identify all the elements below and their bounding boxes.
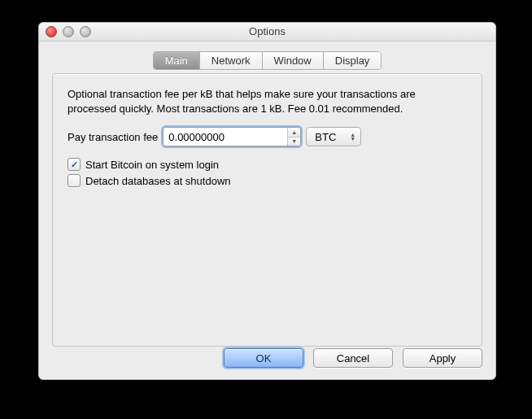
dialog-buttons: OK Cancel Apply <box>224 348 482 368</box>
checkbox-start-on-login-row: Start Bitcoin on system login <box>68 158 467 171</box>
step-down-icon[interactable]: ▼ <box>288 137 300 146</box>
unit-selected-label: BTC <box>315 131 336 143</box>
ok-button[interactable]: OK <box>224 348 303 368</box>
fee-row: Pay transaction fee ▲ ▼ BTC ▲▼ <box>68 127 467 146</box>
checkbox-start-on-login[interactable] <box>68 158 81 171</box>
close-icon[interactable] <box>46 26 57 37</box>
window-controls <box>46 26 91 37</box>
cancel-button[interactable]: Cancel <box>313 348 393 368</box>
window-body: Main Network Window Display Optional tra… <box>39 41 495 379</box>
options-window: Options Main Network Window Display Opti… <box>38 22 496 380</box>
fee-input[interactable] <box>164 128 287 146</box>
titlebar: Options <box>39 23 495 41</box>
minimize-icon[interactable] <box>63 26 74 37</box>
checkbox-detach-db-row: Detach databases at shutdown <box>68 174 467 187</box>
zoom-icon[interactable] <box>80 26 91 37</box>
fee-spinbox[interactable]: ▲ ▼ <box>163 127 301 146</box>
checkbox-detach-db-label: Detach databases at shutdown <box>85 175 231 187</box>
fee-label: Pay transaction fee <box>68 131 158 143</box>
step-up-icon[interactable]: ▲ <box>288 128 300 137</box>
unit-select[interactable]: BTC ▲▼ <box>306 127 361 146</box>
window-title: Options <box>249 25 286 37</box>
tab-panel-main: Optional transaction fee per kB that hel… <box>52 73 482 347</box>
fee-stepper: ▲ ▼ <box>287 128 300 146</box>
fee-description: Optional transaction fee per kB that hel… <box>68 87 467 116</box>
select-arrows-icon: ▲▼ <box>350 133 355 141</box>
checkbox-detach-db[interactable] <box>68 174 81 187</box>
tab-network[interactable]: Network <box>199 52 262 69</box>
tab-window[interactable]: Window <box>262 52 323 69</box>
apply-button[interactable]: Apply <box>403 348 482 368</box>
checkbox-start-on-login-label: Start Bitcoin on system login <box>85 159 219 171</box>
tab-main[interactable]: Main <box>154 52 199 69</box>
tab-bar: Main Network Window Display <box>52 51 482 70</box>
tab-display[interactable]: Display <box>323 52 382 69</box>
